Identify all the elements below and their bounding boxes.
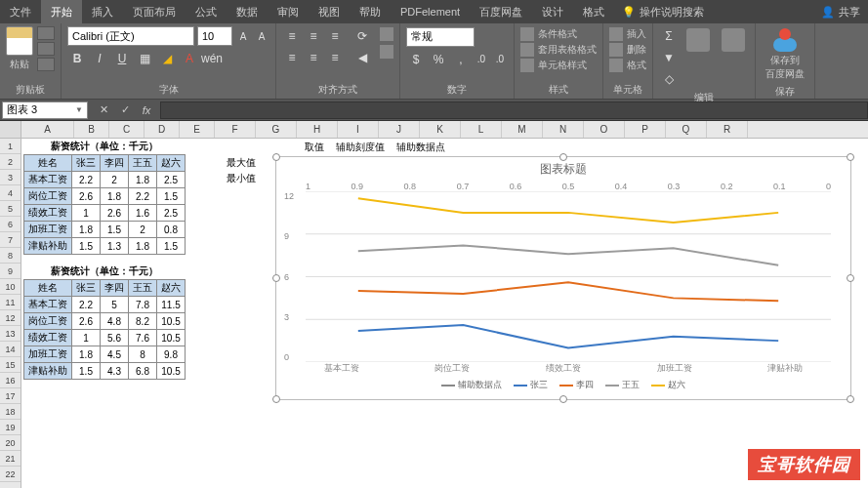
chart-handle-e[interactable] — [847, 274, 854, 282]
row-header-8[interactable]: 8 — [0, 248, 21, 264]
orientation-button[interactable]: ⟳ — [352, 26, 372, 46]
col-header-C[interactable]: C — [109, 121, 145, 138]
align-top-button[interactable]: ≡ — [282, 26, 302, 46]
border-button[interactable]: ▦ — [135, 49, 154, 68]
number-format-select[interactable] — [406, 27, 475, 47]
row-header-15[interactable]: 15 — [0, 357, 21, 373]
autosum-button[interactable]: Σ — [659, 26, 679, 46]
percent-button[interactable]: % — [429, 50, 448, 69]
col-header-K[interactable]: K — [420, 121, 461, 138]
row-header-16[interactable]: 16 — [0, 373, 21, 388]
col-header-O[interactable]: O — [584, 121, 625, 138]
col-header-N[interactable]: N — [543, 121, 584, 138]
bold-button[interactable]: B — [67, 49, 87, 68]
delete-cells-button[interactable]: 删除 — [609, 42, 646, 58]
row-header-21[interactable]: 21 — [0, 451, 21, 467]
chart-handle-s[interactable] — [559, 395, 567, 403]
align-middle-button[interactable]: ≡ — [304, 26, 323, 46]
tab-formulas[interactable]: 公式 — [186, 0, 227, 23]
legend-item[interactable]: 张三 — [514, 379, 548, 391]
col-header-F[interactable]: F — [215, 121, 256, 138]
format-as-table-button[interactable]: 套用表格格式 — [520, 42, 597, 58]
select-all-corner[interactable] — [0, 121, 21, 138]
align-bottom-button[interactable]: ≡ — [325, 26, 345, 46]
col-header-D[interactable]: D — [145, 121, 180, 138]
chart-object[interactable]: 图表标题 10.90.80.70.60.50.40.30.20.10 03691… — [275, 156, 851, 400]
row-header-1[interactable]: 1 — [0, 139, 21, 154]
decrease-font-button[interactable]: A — [254, 28, 269, 44]
currency-button[interactable]: $ — [406, 50, 426, 69]
row-header-18[interactable]: 18 — [0, 404, 21, 420]
conditional-format-button[interactable]: 条件格式 — [520, 26, 597, 42]
col-header-R[interactable]: R — [707, 121, 748, 138]
share-button[interactable]: 👤 共享 — [813, 5, 868, 20]
row-header-3[interactable]: 3 — [0, 170, 21, 185]
underline-button[interactable]: U — [112, 49, 132, 68]
legend-item[interactable]: 辅助数据点 — [441, 379, 502, 391]
font-name-select[interactable] — [67, 26, 194, 46]
copy-button[interactable] — [37, 42, 55, 56]
tab-baidu[interactable]: 百度网盘 — [470, 0, 532, 23]
col-header-M[interactable]: M — [502, 121, 543, 138]
row-header-19[interactable]: 19 — [0, 420, 21, 435]
insert-cells-button[interactable]: 插入 — [609, 26, 646, 42]
col-header-I[interactable]: I — [338, 121, 379, 138]
row-header-2[interactable]: 2 — [0, 154, 21, 170]
tab-file[interactable]: 文件 — [0, 0, 41, 23]
clear-button[interactable]: ◇ — [659, 69, 679, 89]
formula-input[interactable] — [160, 102, 868, 119]
format-painter-button[interactable] — [37, 58, 55, 71]
increase-decimal-button[interactable]: .0 — [474, 52, 489, 67]
col-header-A[interactable]: A — [21, 121, 74, 138]
row-header-4[interactable]: 4 — [0, 185, 21, 201]
col-header-P[interactable]: P — [625, 121, 666, 138]
row-header-7[interactable]: 7 — [0, 232, 21, 248]
font-size-select[interactable] — [197, 26, 232, 46]
align-left-button[interactable]: ≡ — [282, 48, 302, 67]
col-header-G[interactable]: G — [256, 121, 297, 138]
comma-button[interactable]: , — [451, 50, 471, 69]
chart-handle-w[interactable] — [272, 274, 280, 282]
italic-button[interactable]: I — [90, 49, 109, 68]
row-header-10[interactable]: 10 — [0, 279, 21, 295]
enter-formula-button[interactable]: ✓ — [115, 102, 135, 119]
cancel-formula-button[interactable]: ✕ — [94, 102, 113, 119]
wrap-text-button[interactable] — [380, 26, 393, 42]
format-cells-button[interactable]: 格式 — [609, 58, 646, 73]
tab-home[interactable]: 开始 — [41, 0, 82, 23]
chart-plot-area[interactable]: 036912 — [306, 191, 831, 362]
fill-button[interactable]: ▼ — [659, 48, 679, 67]
col-header-J[interactable]: J — [379, 121, 420, 138]
col-header-B[interactable]: B — [74, 121, 109, 138]
paste-button[interactable]: 粘贴 — [6, 26, 33, 71]
cut-button[interactable] — [37, 26, 55, 40]
row-header-13[interactable]: 13 — [0, 326, 21, 342]
name-box[interactable]: 图表 3 ▼ — [2, 102, 88, 119]
tell-me-search[interactable]: 💡 操作说明搜索 — [614, 5, 712, 20]
merge-button[interactable] — [380, 44, 393, 60]
col-header-E[interactable]: E — [180, 121, 215, 138]
row-header-5[interactable]: 5 — [0, 201, 21, 217]
increase-font-button[interactable]: A — [235, 28, 251, 44]
row-header-9[interactable]: 9 — [0, 264, 21, 279]
save-baidu-button[interactable]: 保存到 百度网盘 — [762, 26, 808, 83]
row-header-12[interactable]: 12 — [0, 310, 21, 326]
find-select-button[interactable] — [718, 26, 749, 54]
tab-review[interactable]: 审阅 — [268, 0, 309, 23]
chart-handle-nw[interactable] — [272, 153, 280, 161]
col-header-L[interactable]: L — [461, 121, 502, 138]
row-header-11[interactable]: 11 — [0, 295, 21, 310]
row-header-14[interactable]: 14 — [0, 342, 21, 357]
chart-handle-ne[interactable] — [847, 153, 854, 161]
row-header-20[interactable]: 20 — [0, 435, 21, 451]
col-header-H[interactable]: H — [297, 121, 338, 138]
row-header-6[interactable]: 6 — [0, 217, 21, 232]
tab-insert[interactable]: 插入 — [82, 0, 123, 23]
legend-item[interactable]: 王五 — [605, 379, 640, 391]
tab-page-layout[interactable]: 页面布局 — [123, 0, 186, 23]
tab-design[interactable]: 设计 — [532, 0, 573, 23]
row-header-22[interactable]: 22 — [0, 467, 21, 482]
chart-handle-n[interactable] — [559, 153, 567, 161]
sort-filter-button[interactable] — [682, 26, 714, 54]
legend-item[interactable]: 赵六 — [651, 379, 685, 391]
